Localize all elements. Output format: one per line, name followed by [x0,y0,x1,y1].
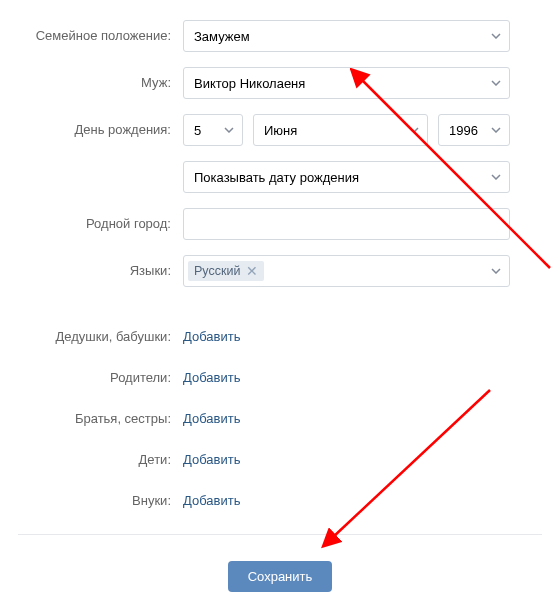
add-children-link[interactable]: Добавить [183,452,240,467]
chevron-down-icon [224,127,234,133]
language-tag-label: Русский [194,264,240,278]
label-birthday: День рождения: [0,114,183,137]
add-grandparents-link[interactable]: Добавить [183,329,240,344]
add-parents-link[interactable]: Добавить [183,370,240,385]
chevron-down-icon [491,268,501,274]
language-tag: Русский ✕ [188,261,264,281]
add-siblings-link[interactable]: Добавить [183,411,240,426]
birthday-day-select[interactable]: 5 [183,114,243,146]
birthday-month-value: Июня [264,123,297,138]
remove-tag-icon[interactable]: ✕ [246,264,258,278]
marital-status-value: Замужем [194,29,250,44]
label-grandparents: Дедушки, бабушки: [0,329,183,344]
label-spacer [0,161,183,169]
birthday-year-value: 1996 [449,123,478,138]
label-marital: Семейное положение: [0,20,183,43]
birthday-month-select[interactable]: Июня [253,114,428,146]
chevron-down-icon [491,80,501,86]
birthday-day-value: 5 [194,123,201,138]
spouse-select[interactable]: Виктор Николаеня [183,67,510,99]
spouse-value: Виктор Николаеня [194,76,305,91]
label-hometown: Родной город: [0,208,183,231]
label-siblings: Братья, сестры: [0,411,183,426]
birthday-year-select[interactable]: 1996 [438,114,510,146]
chevron-down-icon [491,127,501,133]
add-grandchildren-link[interactable]: Добавить [183,493,240,508]
label-parents: Родители: [0,370,183,385]
label-children: Дети: [0,452,183,467]
languages-input[interactable]: Русский ✕ [183,255,510,287]
birthday-visibility-select[interactable]: Показывать дату рождения [183,161,510,193]
chevron-down-icon [491,174,501,180]
chevron-down-icon [491,33,501,39]
label-grandchildren: Внуки: [0,493,183,508]
birthday-visibility-value: Показывать дату рождения [194,170,359,185]
marital-status-select[interactable]: Замужем [183,20,510,52]
profile-edit-form: Семейное положение: Замужем Муж: Виктор … [0,0,560,601]
hometown-input[interactable] [183,208,510,240]
label-spouse: Муж: [0,67,183,90]
label-languages: Языки: [0,255,183,278]
chevron-down-icon [409,127,419,133]
save-button[interactable]: Сохранить [228,561,333,592]
footer: Сохранить [18,534,542,601]
